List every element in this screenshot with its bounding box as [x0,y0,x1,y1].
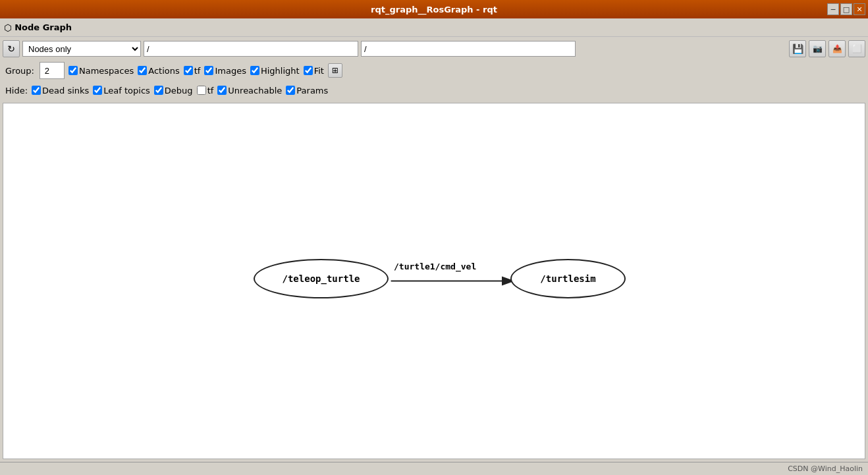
plugin-title-bar: ⬡ Node Graph D? - C [0,18,868,37]
graph-svg [3,103,865,459]
toolbar-row3: Hide: Dead sinks Leaf topics Debug tf Un… [0,80,868,100]
actions-label: Actions [148,66,180,76]
dead-sinks-label: Dead sinks [42,86,89,96]
toolbar-row2: Group: Namespaces Actions tf Images High… [0,61,868,80]
images-checkbox[interactable] [204,66,213,75]
fit-label: Fit [314,66,324,76]
unreachable-checkbox[interactable] [217,86,227,95]
debug-label: Debug [165,86,193,96]
hide-label: Hide: [5,86,28,96]
debug-checkbox-label[interactable]: Debug [154,86,193,96]
leaf-topics-checkbox-label[interactable]: Leaf topics [93,86,150,96]
tf-label-2: tf [194,66,201,76]
tf-checkbox-3[interactable] [197,86,206,95]
fit-checkbox[interactable] [304,66,313,75]
dead-sinks-checkbox-label[interactable]: Dead sinks [32,86,89,96]
params-label: Params [296,86,328,96]
unreachable-checkbox-label[interactable]: Unreachable [217,86,282,96]
statusbar: CSDN @Wind_Haolin [0,462,868,475]
highlight-label: Highlight [261,66,300,76]
node-turtlesim-label: /turtlesim [540,273,595,284]
group-spinner[interactable] [40,62,65,79]
refresh-button[interactable]: ↻ [3,40,20,57]
main-window: ⬡ Node Graph D? - C ↻ Nodes only Nodes/T… [0,18,868,475]
plugin-icon: ⬡ [4,22,12,33]
tf-checkbox-label-2[interactable]: tf [184,66,201,76]
plugin-title: Node Graph [14,22,72,32]
images-checkbox-label[interactable]: Images [204,66,246,76]
save-button[interactable]: 💾 [789,40,806,57]
actions-checkbox-label[interactable]: Actions [138,66,180,76]
tf-label-3: tf [207,86,214,96]
node-turtlesim[interactable]: /turtlesim [510,259,626,298]
filter-input-1[interactable] [144,41,358,57]
params-checkbox-label[interactable]: Params [286,86,328,96]
tf-checkbox-label-3[interactable]: tf [197,86,214,96]
actions-checkbox[interactable] [138,66,147,75]
highlight-checkbox[interactable] [250,66,259,75]
tf-checkbox-2[interactable] [184,66,193,75]
graph-type-dropdown[interactable]: Nodes only Nodes/Topics (all) Nodes/Topi… [22,41,141,57]
fit-checkbox-label[interactable]: Fit [304,66,324,76]
filter-input-2[interactable] [361,41,576,57]
debug-checkbox[interactable] [154,86,163,95]
graph-area[interactable]: /teleop_turtle /turtle1/cmd_vel /turtles… [3,103,865,459]
group-value[interactable] [40,63,64,78]
window-title: rqt_graph__RosGraph - rqt [371,5,497,14]
node-teleop-turtle[interactable]: /teleop_turtle [254,259,389,298]
namespaces-checkbox[interactable] [68,66,78,75]
highlight-checkbox-label[interactable]: Highlight [250,66,300,76]
node-teleop-turtle-label: /teleop_turtle [282,273,360,284]
unreachable-label: Unreachable [228,86,282,96]
namespaces-label: Namespaces [79,66,134,76]
edge-label-cmd-vel: /turtle1/cmd_vel [394,262,476,271]
fit-button[interactable]: ⊞ [328,63,342,78]
leaf-topics-checkbox[interactable] [93,86,102,95]
dead-sinks-checkbox[interactable] [32,86,41,95]
toolbar-row1: ↻ Nodes only Nodes/Topics (all) Nodes/To… [0,37,868,61]
namespaces-checkbox-label[interactable]: Namespaces [68,66,134,76]
params-checkbox[interactable] [286,86,295,95]
leaf-topics-label: Leaf topics [103,86,150,96]
images-label: Images [215,66,246,76]
save-icon: 💾 [792,43,803,54]
group-label: Group: [5,66,34,76]
titlebar: rqt_graph__RosGraph - rqt ─ □ ✕ [0,0,868,18]
